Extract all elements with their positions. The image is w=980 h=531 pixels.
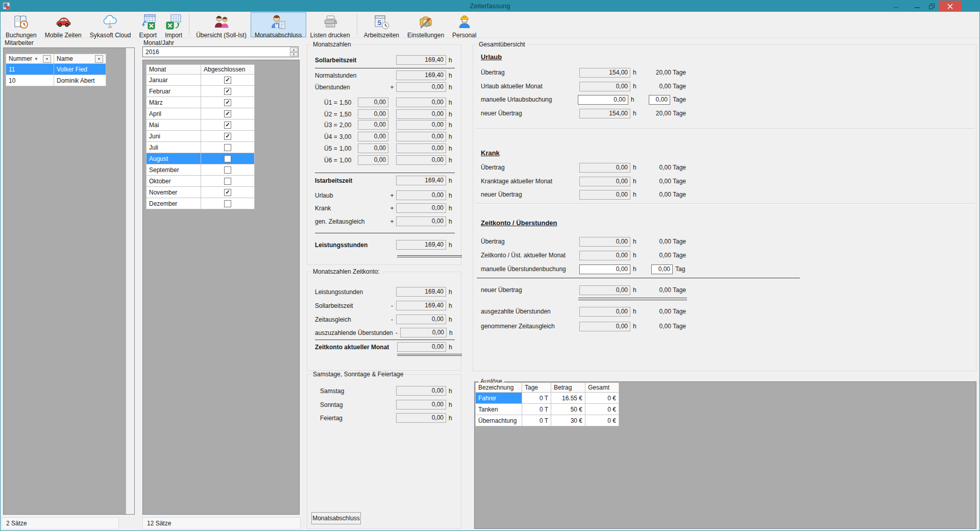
monat-row[interactable]: April ✓	[146, 108, 255, 119]
monat-row[interactable]: September	[146, 164, 255, 176]
column-header-tage[interactable]: Tage	[522, 382, 551, 393]
cell-tage[interactable]: 0 T	[522, 415, 551, 426]
cell-bezeichnung[interactable]: Fahrer	[475, 393, 522, 404]
u3-field[interactable]: 0,00	[396, 120, 446, 130]
cell-monat[interactable]: Januar	[146, 75, 201, 86]
resize-arrows-icon[interactable]: ↔	[889, 1, 903, 12]
u4-input[interactable]: 0,00	[358, 132, 388, 141]
ausgezahlte-ueberstunden-field[interactable]: 0,00	[579, 307, 630, 317]
checkbox[interactable]	[224, 166, 231, 174]
cell-nummer[interactable]: 10	[6, 75, 54, 86]
u6-field[interactable]: 0,00	[396, 155, 446, 165]
cell-monat[interactable]: November	[146, 187, 201, 198]
cell-gesamt[interactable]: 0 €	[585, 415, 619, 426]
ausloese-row[interactable]: Fahrer 0 T 16.55 € 0 €	[475, 393, 619, 404]
spinner-up-icon[interactable]: ▲	[290, 47, 298, 52]
zeitausgleich-field[interactable]: 0,00	[396, 216, 446, 226]
istarbeitszeit-field[interactable]: 169,40	[396, 176, 446, 185]
cell-monat[interactable]: Februar	[146, 86, 201, 97]
mitarbeiter-scrollbar[interactable]	[126, 48, 134, 514]
cell-abgeschlossen[interactable]: ✓	[201, 108, 255, 119]
cell-monat[interactable]: März	[146, 97, 201, 108]
checkbox[interactable]	[224, 155, 231, 162]
toolbar-button-mobile-zeiten[interactable]: Mobile Zeiten	[41, 12, 86, 37]
spinner-down-icon[interactable]: ▼	[290, 52, 298, 57]
column-header-abgeschlossen[interactable]: Abgeschlossen	[201, 64, 255, 75]
monat-row[interactable]: Dezember	[146, 198, 255, 209]
monat-row[interactable]: Juni ✓	[146, 131, 255, 142]
monat-row-selected[interactable]: August	[146, 153, 255, 164]
toolbar-button-export[interactable]: Export	[135, 12, 161, 37]
leistungsstunden-field[interactable]: 169,40	[396, 240, 446, 250]
monat-row[interactable]: Mai ✓	[146, 119, 255, 131]
sollarbeitszeit-field[interactable]: 169,40	[396, 55, 446, 65]
monat-row[interactable]: Oktober	[146, 176, 255, 187]
checkbox[interactable]: ✓	[224, 189, 231, 196]
column-header-bezeichnung[interactable]: Bezeichnung	[475, 382, 522, 393]
cell-monat[interactable]: Juli	[146, 142, 201, 153]
checkbox[interactable]	[224, 200, 231, 207]
feiertag-field[interactable]: 0,00	[396, 413, 446, 423]
checkbox[interactable]: ✓	[224, 88, 231, 95]
cell-monat[interactable]: September	[146, 164, 201, 176]
toolbar-button-listen-drucken[interactable]: Listen drucken	[306, 12, 354, 37]
column-header-betrag[interactable]: Betrag	[551, 382, 585, 393]
cell-abgeschlossen[interactable]: ✓	[201, 131, 255, 142]
genommener-zeitausgleich-field[interactable]: 0,00	[579, 322, 630, 331]
monat-row[interactable]: Juli	[146, 142, 255, 153]
monatsabschluss-button[interactable]: Monatsabschluss	[311, 512, 361, 524]
monat-row[interactable]: März ✓	[146, 97, 255, 108]
cell-bezeichnung[interactable]: Tanken	[475, 404, 522, 415]
cell-betrag[interactable]: 30 €	[551, 415, 585, 426]
u5-field[interactable]: 0,00	[396, 143, 446, 153]
manuelle-urlaubsbuchung-tage-field[interactable]: 0,00	[649, 95, 670, 105]
sonntag-field[interactable]: 0,00	[396, 400, 446, 409]
restore-button[interactable]	[924, 1, 939, 12]
cell-abgeschlossen[interactable]: ✓	[201, 75, 255, 86]
checkbox[interactable]	[224, 178, 231, 185]
column-header-nummer[interactable]: Nummer ▼ ▾	[6, 54, 54, 64]
cell-monat[interactable]: Oktober	[146, 176, 201, 187]
normalstunden-field[interactable]: 169,40	[396, 70, 446, 80]
urlaub-uebertrag-field[interactable]: 154,00	[579, 68, 630, 78]
manuelle-ueberstundenbuchung-tag-field[interactable]: 0,00	[651, 264, 673, 274]
minimize-button[interactable]	[910, 1, 924, 12]
monat-row[interactable]: Januar ✓	[146, 75, 255, 86]
urlaub-field[interactable]: 0,00	[396, 190, 446, 200]
cell-betrag[interactable]: 16.55 €	[551, 393, 585, 404]
column-header-gesamt[interactable]: Gesamt	[585, 382, 619, 393]
zkg-uebertrag-field[interactable]: 0,00	[579, 237, 630, 247]
ausloese-row[interactable]: Tanken 0 T 50 € 0 €	[475, 404, 619, 415]
filter-dropdown-icon[interactable]: ▾	[95, 55, 103, 63]
monat-row[interactable]: Februar ✓	[146, 86, 255, 97]
krank-uebertrag-field[interactable]: 0,00	[579, 163, 630, 173]
year-value[interactable]: 2016	[145, 47, 159, 57]
mitarbeiter-row[interactable]: 11 Volker Fied	[6, 64, 106, 75]
urlaub-neuer-uebertrag-field[interactable]: 154,00	[579, 109, 630, 118]
cell-gesamt[interactable]: 0 €	[585, 404, 619, 415]
u5-input[interactable]: 0,00	[358, 143, 388, 153]
krank-field[interactable]: 0,00	[396, 203, 446, 213]
cell-abgeschlossen[interactable]	[201, 164, 255, 176]
checkbox[interactable]: ✓	[224, 99, 231, 106]
toolbar-button-import[interactable]: Import	[161, 12, 186, 37]
cell-nummer[interactable]: 11	[6, 64, 54, 75]
cell-name[interactable]: Volker Fied	[54, 64, 106, 75]
u1-input[interactable]: 0,00	[358, 98, 388, 107]
toolbar-button-uebersicht[interactable]: Übersicht (Soll-Ist)	[192, 12, 251, 37]
zk-auszuzahlende-field[interactable]: 0,00	[400, 328, 447, 337]
cell-abgeschlossen[interactable]: ✓	[201, 97, 255, 108]
u3-input[interactable]: 0,00	[358, 120, 388, 130]
toolbar-button-buchungen[interactable]: Buchungen	[2, 12, 41, 37]
cell-bezeichnung[interactable]: Übernachtung	[475, 415, 522, 426]
cell-betrag[interactable]: 50 €	[551, 404, 585, 415]
cell-tage[interactable]: 0 T	[522, 404, 551, 415]
column-header-monat[interactable]: Monat	[146, 64, 201, 75]
zkg-aktuell-field[interactable]: 0,00	[579, 251, 630, 260]
toolbar-button-einstellungen[interactable]: Einstellungen	[403, 12, 448, 37]
cell-abgeschlossen[interactable]: ✓	[201, 119, 255, 131]
toolbar-button-arbeitszeiten[interactable]: 5 Arbeitszeiten	[360, 12, 403, 37]
samstag-field[interactable]: 0,00	[396, 386, 446, 396]
cell-abgeschlossen[interactable]	[201, 153, 255, 164]
manuelle-ueberstundenbuchung-field[interactable]: 0,00	[579, 264, 630, 274]
